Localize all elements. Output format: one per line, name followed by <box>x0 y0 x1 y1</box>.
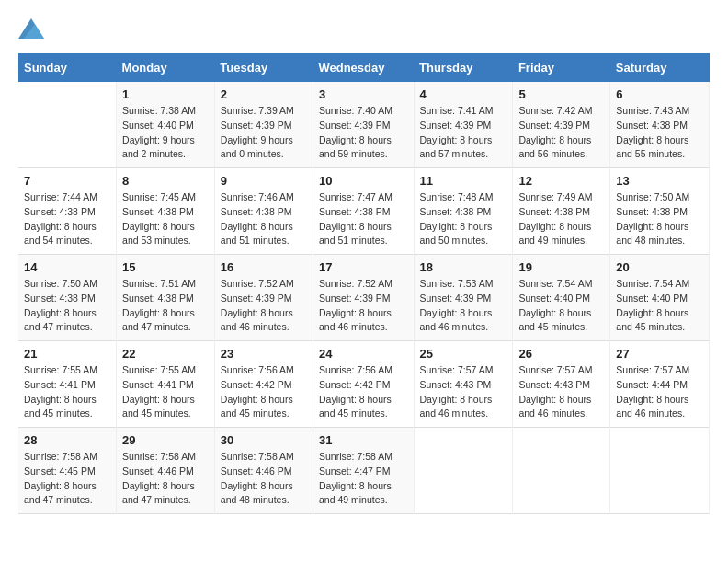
weekday-header-tuesday: Tuesday <box>214 53 313 82</box>
day-info: Sunrise: 7:50 AMSunset: 4:38 PMDaylight:… <box>616 191 689 246</box>
calendar-cell: 8 Sunrise: 7:45 AMSunset: 4:38 PMDayligh… <box>117 168 215 255</box>
calendar-cell: 20 Sunrise: 7:54 AMSunset: 4:40 PMDaylig… <box>610 255 710 341</box>
day-info: Sunrise: 7:57 AMSunset: 4:44 PMDaylight:… <box>616 364 689 419</box>
day-number: 1 <box>122 87 209 101</box>
day-number: 28 <box>24 433 110 447</box>
calendar-cell: 2 Sunrise: 7:39 AMSunset: 4:39 PMDayligh… <box>214 82 313 168</box>
day-number: 31 <box>319 433 408 447</box>
day-info: Sunrise: 7:58 AMSunset: 4:45 PMDaylight:… <box>24 451 97 505</box>
day-number: 2 <box>221 87 307 101</box>
weekday-header-thursday: Thursday <box>414 53 513 82</box>
calendar-cell: 11 Sunrise: 7:48 AMSunset: 4:38 PMDaylig… <box>414 168 513 255</box>
day-info: Sunrise: 7:46 AMSunset: 4:38 PMDaylight:… <box>221 191 294 246</box>
day-info: Sunrise: 7:45 AMSunset: 4:38 PMDaylight:… <box>122 191 196 246</box>
day-info: Sunrise: 7:53 AMSunset: 4:39 PMDaylight:… <box>420 278 494 332</box>
day-number: 7 <box>24 174 110 188</box>
day-info: Sunrise: 7:58 AMSunset: 4:46 PMDaylight:… <box>122 451 196 505</box>
calendar-cell: 15 Sunrise: 7:51 AMSunset: 4:38 PMDaylig… <box>117 255 215 341</box>
calendar-cell: 22 Sunrise: 7:55 AMSunset: 4:41 PMDaylig… <box>117 341 215 428</box>
day-info: Sunrise: 7:39 AMSunset: 4:39 PMDaylight:… <box>221 105 294 159</box>
day-number: 15 <box>122 260 209 274</box>
day-number: 26 <box>518 347 604 361</box>
day-info: Sunrise: 7:41 AMSunset: 4:39 PMDaylight:… <box>420 105 494 159</box>
calendar-table: SundayMondayTuesdayWednesdayThursdayFrid… <box>18 53 710 514</box>
day-number: 9 <box>221 174 307 188</box>
calendar-cell <box>414 428 513 514</box>
calendar-cell: 27 Sunrise: 7:57 AMSunset: 4:44 PMDaylig… <box>610 341 710 428</box>
calendar-cell: 7 Sunrise: 7:44 AMSunset: 4:38 PMDayligh… <box>18 168 117 255</box>
weekday-header-sunday: Sunday <box>18 53 117 82</box>
day-number: 30 <box>221 433 307 447</box>
day-number: 29 <box>122 433 209 447</box>
calendar-cell: 4 Sunrise: 7:41 AMSunset: 4:39 PMDayligh… <box>414 82 513 168</box>
calendar-cell: 30 Sunrise: 7:58 AMSunset: 4:46 PMDaylig… <box>214 428 313 514</box>
calendar-cell <box>18 82 117 168</box>
calendar-cell: 25 Sunrise: 7:57 AMSunset: 4:43 PMDaylig… <box>414 341 513 428</box>
calendar-cell: 21 Sunrise: 7:55 AMSunset: 4:41 PMDaylig… <box>18 341 117 428</box>
day-info: Sunrise: 7:43 AMSunset: 4:38 PMDaylight:… <box>616 105 689 159</box>
day-info: Sunrise: 7:52 AMSunset: 4:39 PMDaylight:… <box>221 278 294 332</box>
calendar-cell: 31 Sunrise: 7:58 AMSunset: 4:47 PMDaylig… <box>313 428 414 514</box>
day-info: Sunrise: 7:56 AMSunset: 4:42 PMDaylight:… <box>319 364 392 419</box>
calendar-cell <box>513 428 610 514</box>
day-number: 4 <box>420 87 507 101</box>
day-number: 20 <box>616 260 703 274</box>
weekday-header-friday: Friday <box>513 53 610 82</box>
calendar-cell: 6 Sunrise: 7:43 AMSunset: 4:38 PMDayligh… <box>610 82 710 168</box>
day-number: 5 <box>518 87 604 101</box>
day-number: 8 <box>122 174 209 188</box>
day-number: 11 <box>420 174 507 188</box>
calendar-cell: 16 Sunrise: 7:52 AMSunset: 4:39 PMDaylig… <box>214 255 313 341</box>
day-info: Sunrise: 7:52 AMSunset: 4:39 PMDaylight:… <box>319 278 392 332</box>
day-info: Sunrise: 7:58 AMSunset: 4:46 PMDaylight:… <box>221 451 294 505</box>
day-info: Sunrise: 7:48 AMSunset: 4:38 PMDaylight:… <box>420 191 494 246</box>
logo <box>18 18 48 39</box>
day-info: Sunrise: 7:47 AMSunset: 4:38 PMDaylight:… <box>319 191 392 246</box>
calendar-cell: 14 Sunrise: 7:50 AMSunset: 4:38 PMDaylig… <box>18 255 117 341</box>
calendar-cell: 9 Sunrise: 7:46 AMSunset: 4:38 PMDayligh… <box>214 168 313 255</box>
day-info: Sunrise: 7:54 AMSunset: 4:40 PMDaylight:… <box>616 278 689 332</box>
day-info: Sunrise: 7:49 AMSunset: 4:38 PMDaylight:… <box>518 191 592 246</box>
day-info: Sunrise: 7:54 AMSunset: 4:40 PMDaylight:… <box>518 278 592 332</box>
day-info: Sunrise: 7:56 AMSunset: 4:42 PMDaylight:… <box>221 364 294 419</box>
day-number: 22 <box>122 347 209 361</box>
weekday-header-saturday: Saturday <box>610 53 710 82</box>
calendar-cell: 18 Sunrise: 7:53 AMSunset: 4:39 PMDaylig… <box>414 255 513 341</box>
day-info: Sunrise: 7:51 AMSunset: 4:38 PMDaylight:… <box>122 278 196 332</box>
day-info: Sunrise: 7:42 AMSunset: 4:39 PMDaylight:… <box>518 105 592 159</box>
calendar-cell: 24 Sunrise: 7:56 AMSunset: 4:42 PMDaylig… <box>313 341 414 428</box>
calendar-cell: 26 Sunrise: 7:57 AMSunset: 4:43 PMDaylig… <box>513 341 610 428</box>
day-number: 12 <box>518 174 604 188</box>
day-number: 25 <box>420 347 507 361</box>
day-number: 6 <box>616 87 703 101</box>
day-info: Sunrise: 7:38 AMSunset: 4:40 PMDaylight:… <box>122 105 196 159</box>
calendar-cell: 29 Sunrise: 7:58 AMSunset: 4:46 PMDaylig… <box>117 428 215 514</box>
calendar-cell: 10 Sunrise: 7:47 AMSunset: 4:38 PMDaylig… <box>313 168 414 255</box>
day-number: 10 <box>319 174 408 188</box>
day-number: 16 <box>221 260 307 274</box>
day-number: 24 <box>319 347 408 361</box>
calendar-cell <box>610 428 710 514</box>
calendar-cell: 28 Sunrise: 7:58 AMSunset: 4:45 PMDaylig… <box>18 428 117 514</box>
logo-icon <box>18 18 44 39</box>
day-number: 13 <box>616 174 703 188</box>
calendar-cell: 19 Sunrise: 7:54 AMSunset: 4:40 PMDaylig… <box>513 255 610 341</box>
weekday-header-monday: Monday <box>117 53 215 82</box>
day-number: 19 <box>518 260 604 274</box>
day-info: Sunrise: 7:55 AMSunset: 4:41 PMDaylight:… <box>122 364 196 419</box>
day-number: 27 <box>616 347 703 361</box>
calendar-cell: 12 Sunrise: 7:49 AMSunset: 4:38 PMDaylig… <box>513 168 610 255</box>
page-header <box>18 18 710 39</box>
calendar-cell: 17 Sunrise: 7:52 AMSunset: 4:39 PMDaylig… <box>313 255 414 341</box>
day-number: 3 <box>319 87 408 101</box>
day-number: 17 <box>319 260 408 274</box>
day-info: Sunrise: 7:44 AMSunset: 4:38 PMDaylight:… <box>24 191 97 246</box>
day-number: 23 <box>221 347 307 361</box>
calendar-cell: 5 Sunrise: 7:42 AMSunset: 4:39 PMDayligh… <box>513 82 610 168</box>
day-info: Sunrise: 7:50 AMSunset: 4:38 PMDaylight:… <box>24 278 97 332</box>
day-info: Sunrise: 7:55 AMSunset: 4:41 PMDaylight:… <box>24 364 97 419</box>
weekday-header-wednesday: Wednesday <box>313 53 414 82</box>
calendar-cell: 23 Sunrise: 7:56 AMSunset: 4:42 PMDaylig… <box>214 341 313 428</box>
calendar-cell: 13 Sunrise: 7:50 AMSunset: 4:38 PMDaylig… <box>610 168 710 255</box>
calendar-cell: 1 Sunrise: 7:38 AMSunset: 4:40 PMDayligh… <box>117 82 215 168</box>
